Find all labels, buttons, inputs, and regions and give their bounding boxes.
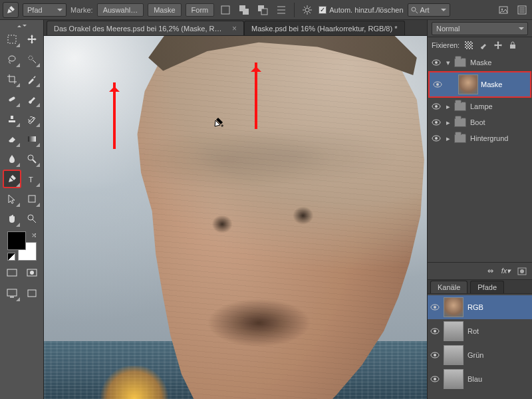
disclosure-icon[interactable]: ▸: [445, 134, 452, 143]
hand-tool[interactable]: [3, 210, 21, 227]
visibility-icon[interactable]: [432, 78, 444, 90]
blend-mode-select[interactable]: Normal: [432, 22, 528, 35]
tab-channels[interactable]: Kanäle: [430, 281, 467, 293]
extra-tool[interactable]: [23, 285, 41, 302]
layer-group[interactable]: ▸ Hintergrund: [428, 130, 532, 146]
layer-group[interactable]: ▾ Maske: [428, 55, 532, 70]
layer-filter-search[interactable]: Art: [408, 3, 450, 17]
channel-item[interactable]: Grün: [428, 343, 532, 367]
layer-group[interactable]: ▸ Boot: [428, 114, 532, 130]
thumbnail-view-icon[interactable]: [496, 3, 511, 17]
close-icon[interactable]: ×: [232, 24, 237, 33]
swap-colors-icon[interactable]: ⤭: [31, 231, 37, 239]
dodge-tool[interactable]: [23, 150, 41, 168]
history-brush-tool[interactable]: [23, 110, 41, 128]
lock-row: Fixieren:: [428, 37, 532, 53]
lock-pixels-icon[interactable]: [464, 40, 474, 51]
channels-panel: RGB Rot Grün Blau: [428, 294, 532, 399]
channel-item[interactable]: RGB: [428, 295, 532, 319]
folder-icon: [454, 134, 466, 143]
svg-point-6: [412, 7, 416, 11]
marquee-tool[interactable]: [3, 31, 21, 48]
disclosure-icon[interactable]: ▸: [445, 102, 452, 111]
healing-tool[interactable]: [3, 90, 21, 108]
move-tool[interactable]: [23, 31, 41, 48]
svg-rect-23: [7, 289, 17, 296]
color-wells[interactable]: ⤭: [7, 231, 37, 261]
lasso-tool[interactable]: [3, 51, 21, 68]
layer-item[interactable]: Maske: [429, 72, 531, 97]
visibility-icon[interactable]: [430, 352, 440, 358]
type-tool[interactable]: T: [23, 170, 41, 188]
make-mask-button[interactable]: Maske: [148, 3, 181, 17]
align-icon[interactable]: [274, 3, 289, 17]
channel-item[interactable]: Blau: [428, 367, 532, 391]
svg-point-40: [435, 137, 438, 140]
document-tab[interactable]: Maske.psd bei 16% (Haarkorrektur, RGB/8)…: [244, 21, 404, 35]
svg-point-13: [29, 56, 33, 60]
visibility-icon[interactable]: [430, 57, 442, 68]
pen-tool[interactable]: [3, 170, 21, 188]
make-shape-button[interactable]: Form: [186, 3, 215, 17]
svg-line-7: [416, 11, 418, 13]
svg-point-9: [501, 8, 503, 9]
visibility-icon[interactable]: [430, 100, 442, 112]
lock-move-icon[interactable]: [493, 40, 503, 51]
disclosure-icon[interactable]: ▸: [445, 118, 452, 127]
brush-tool[interactable]: [23, 90, 41, 108]
visibility-icon[interactable]: [430, 376, 440, 382]
folder-icon: [454, 102, 466, 111]
svg-rect-30: [510, 45, 515, 49]
blur-tool[interactable]: [3, 150, 21, 168]
blend-mode-row: Normal: [428, 20, 532, 37]
layer-name: Maske: [481, 80, 528, 88]
lock-all-icon[interactable]: [507, 40, 518, 51]
make-selection-button[interactable]: Auswahl…: [97, 3, 144, 17]
panel-menu-icon[interactable]: [515, 3, 529, 17]
disclosure-icon[interactable]: ▾: [445, 59, 452, 67]
visibility-icon[interactable]: [430, 116, 442, 128]
active-tool-chip[interactable]: [3, 2, 19, 18]
standard-mode-button[interactable]: [3, 266, 21, 279]
document-tab[interactable]: Das Orakel des Meeres.psd bei 16,2% (Mas…: [47, 21, 244, 35]
visibility-icon[interactable]: [430, 304, 440, 311]
toolbox-collapse-grip[interactable]: [3, 21, 41, 29]
channel-thumbnail: [444, 297, 464, 317]
search-icon: [411, 7, 418, 13]
link-icon[interactable]: ⇔: [484, 265, 496, 277]
quick-select-tool[interactable]: [23, 51, 41, 68]
path-op-subtract-icon[interactable]: [255, 3, 270, 17]
main-row: T ⤭: [0, 20, 532, 399]
marker-label: Marke:: [70, 6, 93, 14]
channel-item[interactable]: Rot: [428, 319, 532, 343]
path-mode-select[interactable]: Pfad: [23, 3, 66, 17]
mask-icon[interactable]: [516, 265, 528, 277]
tab-paths[interactable]: Pfade: [470, 281, 504, 293]
foreground-color-swatch[interactable]: [7, 231, 26, 250]
eyedropper-tool[interactable]: [23, 70, 41, 88]
screen-mode-button[interactable]: [3, 285, 21, 302]
canvas[interactable]: *: [44, 36, 427, 399]
path-select-tool[interactable]: [3, 190, 21, 207]
lock-paint-icon[interactable]: [478, 40, 489, 51]
auto-add-delete-checkbox[interactable]: ✓ Autom. hinzuf./löschen: [319, 6, 403, 14]
fx-icon[interactable]: fx▾: [500, 265, 512, 277]
layer-name: Hintergrund: [470, 134, 529, 142]
crop-tool[interactable]: [3, 70, 21, 88]
channel-name: Grün: [467, 351, 483, 359]
quickmask-mode-button[interactable]: [23, 266, 41, 279]
eraser-tool[interactable]: [3, 130, 21, 148]
gear-icon[interactable]: [300, 3, 315, 17]
path-op-new-icon[interactable]: [218, 3, 233, 17]
gradient-tool[interactable]: [23, 130, 41, 148]
layer-group[interactable]: ▸ Lampe: [428, 98, 532, 114]
svg-point-48: [434, 354, 436, 356]
path-op-add-icon[interactable]: [237, 3, 251, 17]
visibility-icon[interactable]: [430, 132, 442, 144]
channels-tabs: Kanäle Pfade: [428, 279, 532, 294]
stamp-tool[interactable]: [3, 110, 21, 128]
visibility-icon[interactable]: [430, 328, 440, 334]
default-colors-icon[interactable]: [7, 253, 15, 261]
zoom-tool[interactable]: [23, 210, 41, 227]
shape-tool[interactable]: [23, 190, 41, 207]
